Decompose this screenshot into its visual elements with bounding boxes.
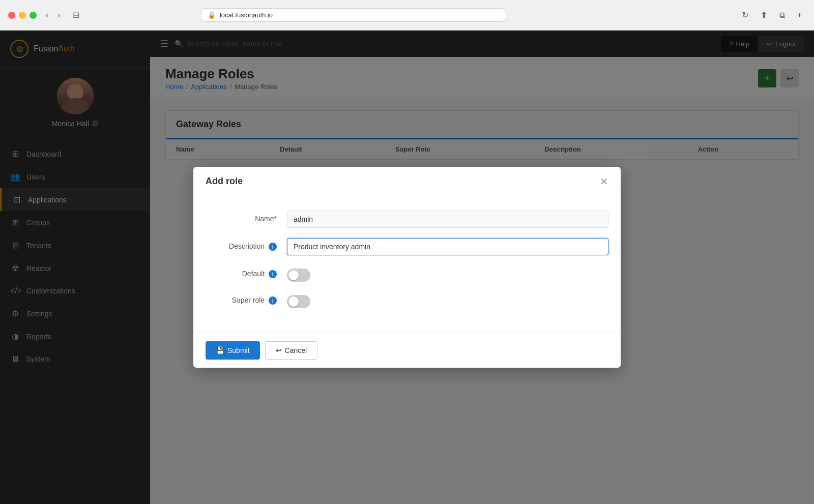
traffic-lights: [8, 12, 37, 19]
description-label: Description i: [206, 238, 277, 251]
super-role-form-row: Super role i: [206, 292, 608, 308]
modal-header: Add role ✕: [193, 167, 621, 196]
browser-chrome: ‹ › ⊟ 🔒 local.fusionauth.io ↻ ⬆ ⧉ +: [0, 0, 814, 31]
default-label: Default i: [206, 265, 277, 278]
forward-nav-button[interactable]: ›: [54, 10, 63, 21]
minimize-button[interactable]: [19, 12, 26, 19]
description-form-row: Description i: [206, 238, 608, 255]
close-button[interactable]: [8, 12, 15, 19]
modal-overlay: Add role ✕ Name* Description i: [0, 31, 814, 504]
sidebar-toggle-button[interactable]: ⊟: [70, 9, 82, 21]
add-tab-button[interactable]: +: [793, 9, 806, 21]
name-label: Name*: [206, 211, 277, 223]
share-button[interactable]: ⬆: [757, 9, 771, 21]
cancel-button[interactable]: ↩ Cancel: [265, 341, 318, 360]
description-input[interactable]: [287, 238, 608, 255]
modal-body: Name* Description i Default i: [193, 196, 621, 333]
add-role-modal: Add role ✕ Name* Description i: [193, 167, 621, 368]
new-tab-button[interactable]: ⧉: [775, 9, 789, 21]
reload-button[interactable]: ↻: [738, 9, 752, 21]
lock-icon: 🔒: [208, 11, 216, 19]
submit-button[interactable]: 💾 Submit: [206, 341, 260, 360]
super-role-toggle[interactable]: [287, 295, 310, 308]
modal-close-button[interactable]: ✕: [600, 176, 608, 187]
browser-actions: ↻ ⬆ ⧉ +: [738, 9, 806, 21]
name-input[interactable]: [287, 211, 608, 228]
default-toggle-wrap: [287, 265, 608, 282]
modal-title: Add role: [206, 176, 243, 187]
maximize-button[interactable]: [30, 12, 37, 19]
default-info-icon[interactable]: i: [269, 270, 277, 278]
nav-buttons: ‹ ›: [43, 10, 64, 21]
default-toggle[interactable]: [287, 269, 310, 282]
default-form-row: Default i: [206, 265, 608, 282]
super-role-info-icon[interactable]: i: [269, 297, 277, 305]
required-indicator: *: [274, 215, 277, 223]
description-info-icon[interactable]: i: [269, 243, 277, 251]
url-text: local.fusionauth.io: [220, 11, 273, 19]
modal-footer: 💾 Submit ↩ Cancel: [193, 333, 621, 368]
cancel-icon: ↩: [276, 346, 282, 354]
name-form-row: Name*: [206, 211, 608, 228]
super-role-toggle-wrap: [287, 292, 608, 308]
submit-icon: 💾: [216, 346, 224, 354]
address-bar: 🔒 local.fusionauth.io: [201, 8, 506, 22]
back-nav-button[interactable]: ‹: [43, 10, 51, 21]
super-role-label: Super role i: [206, 292, 277, 305]
